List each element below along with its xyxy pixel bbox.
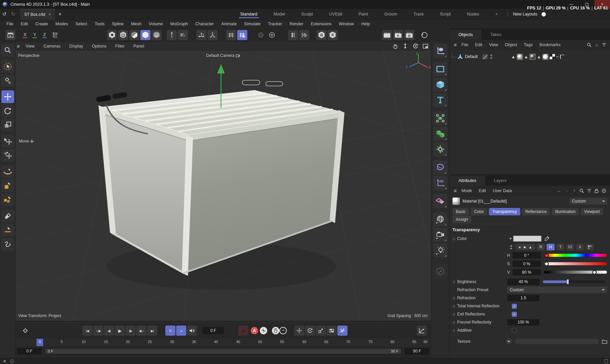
objects-search-icon[interactable] (586, 42, 592, 47)
editor-visibility-toggle[interactable] (482, 54, 488, 59)
viewport-menu-panel[interactable]: Panel (129, 42, 148, 50)
previous-key-button[interactable]: ◁◆ (93, 326, 103, 336)
key-scale-icon[interactable] (316, 326, 326, 336)
menu-file[interactable]: File (3, 20, 17, 28)
camera-swap-icon[interactable] (236, 54, 240, 57)
symmetry-icon[interactable] (288, 30, 298, 40)
attributes-menu-edit[interactable]: Edit (475, 187, 490, 194)
mouse-record-icon[interactable] (272, 327, 279, 334)
objects-filter-icon[interactable] (601, 43, 607, 47)
viewport-menu-filter[interactable]: Filter (111, 42, 129, 50)
normals-tag-icon[interactable]: ↑↑ (556, 55, 558, 59)
key-position-icon[interactable] (294, 326, 304, 336)
goto-start-button[interactable]: |◀ (82, 326, 92, 336)
expand-diamond-icon[interactable]: ◇ (452, 280, 457, 284)
fcurve-editor-icon[interactable] (417, 326, 427, 336)
live-selection-tool[interactable] (1, 60, 14, 73)
brightness-value[interactable]: 40 % (507, 279, 539, 285)
spline-rectangle-icon[interactable] (433, 62, 447, 76)
status-doc-icon[interactable] (605, 359, 608, 363)
primitive-pen-tool[interactable] (1, 193, 14, 206)
chevron-down-icon[interactable] (509, 238, 512, 240)
mesh-object-icon[interactable] (458, 54, 463, 59)
keyframe-diamond-button[interactable] (20, 326, 30, 336)
range-start-field[interactable]: 0 F (17, 348, 42, 355)
viewport-hamburger-icon[interactable]: ≡ (16, 43, 21, 49)
autokey-record-button[interactable]: A (251, 327, 258, 334)
refraction-preset-dropdown[interactable]: Custom (507, 286, 607, 293)
selection-tag-icon[interactable]: ▲ (511, 54, 516, 59)
menu-select[interactable]: Select (72, 20, 91, 28)
play-button[interactable]: ▶ (115, 326, 125, 336)
null-object-icon[interactable] (433, 44, 447, 58)
tab-objects[interactable]: Objects (450, 30, 481, 40)
previous-frame-button[interactable]: ◀| (104, 326, 114, 336)
timeline-ruler[interactable]: 0 5 10 15 20 25 30 35 40 45 50 55 60 65 … (16, 338, 431, 346)
menu-tools[interactable]: Tools (91, 20, 108, 28)
spline-sketch-tool[interactable] (1, 238, 14, 251)
tab-reflectance[interactable]: Reflectance (522, 208, 550, 215)
saturation-slider[interactable] (544, 262, 607, 265)
attributes-filter-icon[interactable] (586, 189, 592, 193)
range-end-field[interactable]: 90 F (405, 348, 429, 355)
objects-menu-file[interactable]: File (458, 41, 472, 48)
viewport-canvas[interactable]: Y X Z (16, 51, 431, 321)
expand-diamond-icon[interactable]: ◇ (452, 320, 457, 325)
browse-folder-icon[interactable] (602, 339, 607, 344)
layout-tab-uvedit[interactable]: UVEdit (322, 10, 350, 19)
modify-axis-icon[interactable] (50, 30, 60, 40)
tab-basic[interactable]: Basic (452, 208, 469, 215)
grid-icon[interactable] (226, 30, 236, 40)
add-layout-button[interactable]: + (488, 10, 505, 19)
volume-builder-icon[interactable] (433, 127, 447, 141)
hex-mode-button[interactable]: # (576, 244, 584, 250)
material-tag-dark[interactable] (529, 54, 536, 60)
eyedropper-icon[interactable] (544, 236, 550, 241)
edit-hexagon-icon[interactable] (433, 264, 447, 278)
add-document-tab-button[interactable]: + (55, 9, 65, 20)
layout-tab-nodes[interactable]: Nodes (460, 10, 487, 19)
hue-value[interactable]: 0 ° (512, 252, 541, 259)
layout-window-icon[interactable] (5, 30, 16, 40)
viewport-menu-cameras[interactable]: Cameras (39, 42, 65, 50)
next-frame-button[interactable]: |▶ (126, 326, 136, 336)
uvw-tag-icon[interactable] (550, 54, 555, 59)
menu-modes[interactable]: Modes (52, 20, 72, 28)
text-object-icon[interactable] (433, 93, 447, 107)
st-globe-icon[interactable]: ST (433, 212, 447, 226)
visibility-hexagon-icon[interactable] (316, 30, 327, 40)
objects-menu-bookmarks[interactable]: Bookmarks (536, 41, 564, 48)
new-layouts-button[interactable]: New Layouts (510, 12, 540, 17)
attributes-hamburger-icon[interactable]: ≡ (452, 188, 458, 193)
objects-menu-object[interactable]: Object (501, 41, 520, 48)
objects-home-icon[interactable]: ⌂ (593, 42, 600, 47)
objects-tree[interactable]: Default ▲ ▲ ▲ ↑↑ (450, 50, 610, 174)
rotate-tool[interactable] (1, 104, 14, 117)
layout-tab-sculpt[interactable]: Sculpt (294, 10, 321, 19)
goto-end-button[interactable]: ▶| (147, 326, 157, 336)
texture-path-field[interactable] (515, 338, 599, 344)
expand-diamond-icon[interactable]: ◇ (452, 304, 457, 308)
material-tag-light[interactable] (542, 54, 549, 60)
swatches-mode-icon[interactable] (586, 244, 594, 250)
menu-character[interactable]: Character (192, 20, 218, 28)
menu-help[interactable]: Help (358, 20, 374, 28)
redo-button[interactable]: ↻ (9, 10, 18, 18)
document-tab[interactable]: ST Box.c4d × (20, 9, 55, 20)
layout-tab-standard[interactable]: Standard (233, 10, 265, 19)
tab-color[interactable]: Color (471, 208, 487, 215)
record-button[interactable]: ◆ (238, 326, 248, 336)
material-preset-dropdown[interactable]: Custom (570, 198, 607, 205)
model-mode-icon[interactable] (140, 30, 150, 40)
menu-create[interactable]: Create (32, 20, 52, 28)
gear-circle-icon[interactable] (267, 30, 277, 40)
lock-icon[interactable] (593, 188, 600, 193)
menu-extensions[interactable]: Extensions (307, 20, 335, 28)
objects-menu-view[interactable]: View (486, 41, 501, 48)
history-forward-icon[interactable]: → (563, 188, 570, 193)
layout-tab-script[interactable]: Script (433, 10, 458, 19)
tab-transparency[interactable]: Transparency (489, 208, 520, 215)
instance-panes-icon[interactable] (433, 194, 447, 208)
mograph-cloner-icon[interactable] (433, 111, 447, 125)
attributes-menu-mode[interactable]: Mode (458, 187, 475, 194)
